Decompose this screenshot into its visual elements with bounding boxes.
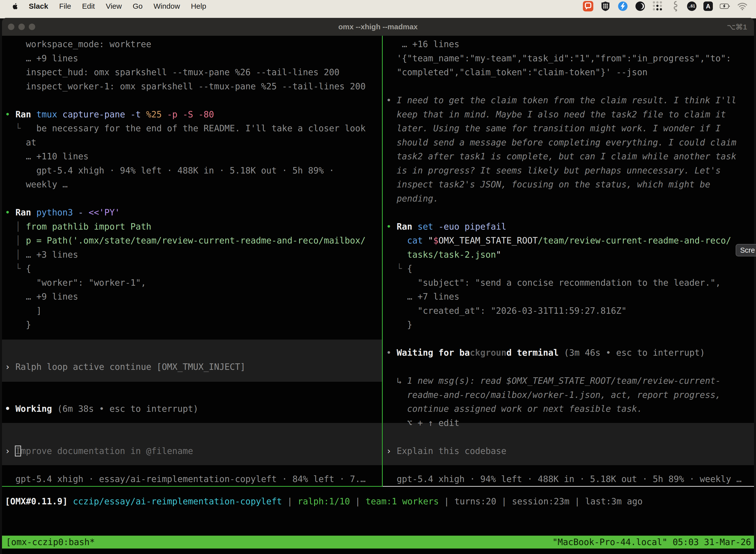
terminal-content: workspace_mode: worktree … +9 lines insp… — [2, 36, 754, 554]
tmux-session-label: [omx-cczip0:bash* — [6, 537, 95, 547]
terminal-row: is in progress? It seems likely but perh… — [386, 164, 753, 178]
terminal-row: › Explain this codebase — [386, 444, 753, 458]
terminal-row — [386, 332, 753, 346]
minimize-button[interactable] — [18, 23, 25, 30]
terminal-row — [5, 388, 381, 402]
terminal-row: › Improve documentation in @filename — [5, 444, 381, 458]
menu-item-window[interactable]: Window — [153, 2, 180, 10]
terminal-row — [386, 206, 753, 220]
terminal-row: • Ran tmux capture-pane -t %25 -p -S -80 — [5, 107, 381, 122]
terminal-row: should send a message before completing … — [386, 135, 753, 150]
dots-grid-icon[interactable] — [652, 1, 663, 11]
terminal-row: inspect task2's JSON, focusing on the st… — [386, 177, 753, 191]
terminal-row: pending. — [386, 191, 753, 206]
close-button[interactable] — [8, 23, 14, 30]
pane-divider-bottom-left — [2, 486, 383, 487]
keyboard-a-icon[interactable]: A — [703, 1, 713, 11]
terminal-row: tasks/task-2.json" — [386, 248, 753, 262]
crescent-icon[interactable] — [635, 1, 645, 11]
terminal-row: "worker": "worker-1", — [5, 276, 381, 290]
tmux-host-clock-label: "MacBook-Pro-44.local" 05:03 31-Mar-26 — [552, 537, 751, 547]
squiggle-icon[interactable] — [670, 1, 680, 11]
menu-item-go[interactable]: Go — [133, 2, 143, 10]
terminal-row: … +9 lines — [5, 51, 381, 65]
terminal-row: workspace_mode: worktree — [5, 37, 381, 51]
terminal-row — [5, 374, 381, 388]
wifi-icon[interactable] — [737, 1, 748, 11]
terminal-row: gpt-5.4 xhigh · 94% left · 488K in · 5.1… — [386, 472, 753, 486]
zoom-button[interactable] — [29, 23, 35, 30]
terminal-row: › Ralph loop active continue [OMX_TMUX_I… — [5, 360, 381, 374]
terminal-row: ] — [5, 304, 381, 318]
shield-grid-icon[interactable] — [600, 1, 611, 11]
right-terminal-pane: … +16 lines '{"team_name":"my-team","tas… — [386, 37, 753, 486]
omx-status-row: [OMX#0.11.9] cczip/essay/ai-reimplementa… — [5, 494, 643, 509]
menu-item-slack[interactable]: Slack — [29, 2, 48, 10]
terminal-row: gpt-5.4 xhigh · 94% left · 488K in · 5.1… — [5, 164, 381, 178]
terminal-row — [386, 79, 753, 94]
terminal-row: • Ran python3 - <<'PY' — [5, 206, 381, 220]
terminal-row: } — [386, 318, 753, 332]
terminal-row: … +7 lines — [386, 290, 753, 304]
window-shortcut-hint: ⌥⌘1 — [727, 22, 747, 31]
terminal-row: └ { — [386, 262, 753, 276]
terminal-row: "subject": "send a concise recommendatio… — [386, 276, 753, 290]
terminal-row: … +9 lines — [5, 290, 381, 304]
apple-menu-icon[interactable] — [11, 2, 19, 10]
terminal-row — [5, 416, 381, 430]
menubar-status-icons: ..61 A — [583, 1, 748, 11]
terminal-row: "created_at": "2026-03-31T11:59:27.816Z" — [386, 304, 753, 318]
terminal-row: weekly … — [5, 177, 381, 191]
menu-item-view[interactable]: View — [106, 2, 122, 10]
omx-status-line: [OMX#0.11.9] cczip/essay/ai-reimplementa… — [5, 494, 643, 509]
terminal-row — [386, 458, 753, 472]
blue-bolt-icon[interactable] — [618, 1, 628, 11]
terminal-row — [5, 332, 381, 346]
terminal-row: • I need to get the claim token from the… — [386, 93, 753, 107]
terminal-row: '{"team_name":"my-team","task_id":"1","f… — [386, 51, 753, 65]
terminal-row: later. Using the same for transition mig… — [386, 121, 753, 135]
terminal-row: at — [5, 135, 381, 150]
battery-charging-icon[interactable] — [720, 1, 730, 11]
terminal-row: continue assigned work or next feasible … — [386, 402, 753, 416]
menu-item-help[interactable]: Help — [191, 2, 206, 10]
terminal-row: task2 after task1 is complete, but can I… — [386, 150, 753, 164]
terminal-row: └ be necessary for the end of the README… — [5, 121, 381, 135]
tmux-status-bar: [omx-cczip0:bash* "MacBook-Pro-44.local"… — [2, 536, 754, 549]
terminal-row: │ p = Path('.omx/state/team/review-curre… — [5, 233, 381, 248]
pane-divider-vertical[interactable] — [382, 36, 383, 487]
terminal-row — [5, 346, 381, 360]
terminal-row: • Waiting for background terminal (3m 46… — [386, 346, 753, 360]
terminal-row: ⌥ + ↑ edit — [386, 416, 753, 430]
terminal-row: │ … +3 lines — [5, 248, 381, 262]
terminal-row: • Working (6m 38s • esc to interrupt) — [5, 402, 381, 416]
menu-item-file[interactable]: File — [59, 2, 71, 10]
terminal-row: … +16 lines — [386, 37, 753, 51]
terminal-row: inspect_hud: omx sparkshell --tmux-pane … — [5, 65, 381, 79]
terminal-row — [5, 93, 381, 107]
badge-61-icon[interactable]: ..61 — [687, 1, 696, 11]
window-title: omx --xhigh --madmax — [2, 22, 754, 31]
menu-items: SlackFileEditViewGoWindowHelp — [29, 2, 206, 10]
traffic-lights — [2, 23, 35, 30]
terminal-row: gpt-5.4 xhigh · essay/ai-reimplementatio… — [5, 472, 381, 486]
menu-item-edit[interactable]: Edit — [82, 2, 95, 10]
pane-divider-bottom-right — [383, 486, 754, 487]
terminal-row: • Ran set -euo pipefail — [386, 220, 753, 234]
menu-bar: SlackFileEditViewGoWindowHelp ..61 A — [0, 0, 756, 12]
terminal-row: cat "$OMX_TEAM_STATE_ROOT/team/review-cu… — [386, 233, 753, 248]
terminal-row — [386, 360, 753, 374]
terminal-row — [386, 430, 753, 444]
left-terminal-pane: workspace_mode: worktree … +9 lines insp… — [5, 37, 381, 486]
terminal-row: inspect_worker-1: omx sparkshell --tmux-… — [5, 79, 381, 94]
terminal-row: └ { — [5, 262, 381, 276]
terminal-row — [5, 430, 381, 444]
window-titlebar[interactable]: omx --xhigh --madmax ⌥⌘1 — [2, 18, 754, 36]
terminal-row — [5, 191, 381, 206]
terminal-row: … +110 lines — [5, 150, 381, 164]
screen-tooltip: Scre — [736, 244, 756, 257]
terminal-row: keep that in mind. Maybe I also need the… — [386, 107, 753, 122]
terminal-row: ↳ 1 new msg(s): read $OMX_TEAM_STATE_ROO… — [386, 374, 753, 388]
chat-app-icon[interactable] — [583, 1, 593, 11]
terminal-row: } — [5, 318, 381, 332]
